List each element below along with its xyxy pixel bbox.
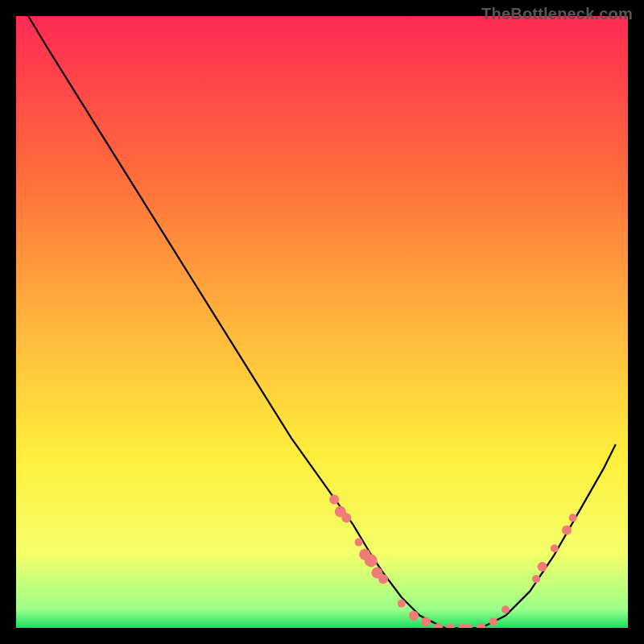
data-marker	[551, 544, 559, 552]
data-marker	[421, 617, 431, 626]
chart-container: TheBottleneck.com	[0, 0, 644, 644]
data-marker	[398, 600, 406, 608]
bottleneck-chart	[0, 0, 644, 644]
data-marker	[365, 554, 378, 567]
data-marker	[329, 494, 339, 504]
data-marker	[378, 574, 388, 584]
data-marker	[569, 514, 577, 522]
data-marker	[532, 575, 540, 583]
plot-background	[16, 16, 628, 628]
data-marker	[355, 539, 363, 547]
data-marker	[409, 611, 419, 621]
data-marker	[538, 562, 547, 572]
data-marker	[562, 525, 572, 535]
watermark-text: TheBottleneck.com	[481, 5, 633, 23]
data-marker	[502, 605, 510, 613]
data-marker	[489, 617, 497, 625]
data-marker	[341, 513, 351, 522]
